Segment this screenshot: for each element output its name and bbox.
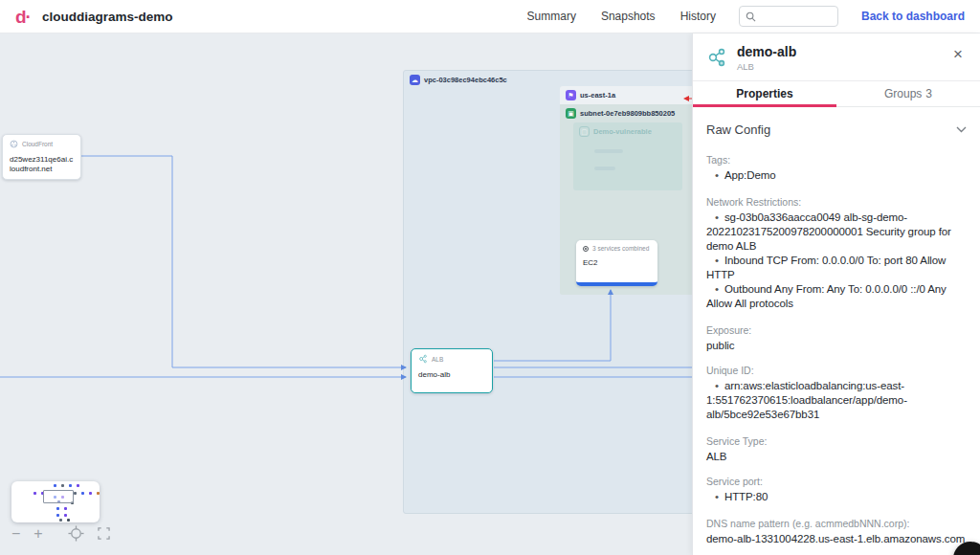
ghost-group-label: Demo-vulnerable [593,127,652,136]
chevron-down-icon [956,126,967,133]
subnet-icon: ▣ [566,108,576,119]
exposure-value: public [706,340,967,351]
ghost-placeholder-line [594,166,615,170]
ec2-combined-label: 3 services combined [592,245,649,252]
tab-groups-label: Groups [884,87,922,100]
subnet-label: subnet-0e7eb9809bb850205 [580,109,675,118]
ghost-group[interactable]: ▢ Demo-vulnerable [573,122,682,190]
section-dns-pattern: DNS name pattern (e.g. acmmedbNNN.corp):… [706,518,967,544]
search-input[interactable] [760,11,827,22]
canvas-controls: − + [11,525,110,542]
ec2-title: EC2 [583,258,651,268]
combined-services-icon [583,246,589,252]
minimap-viewport[interactable] [43,490,74,503]
alb-title: demo-alb [418,370,485,380]
tab-properties[interactable]: Properties [693,81,836,106]
network-restriction-item: •Inbound TCP From: 0.0.0.0/0 To: port 80… [706,254,967,282]
alb-type-label: ALB [432,356,443,363]
zone-label: us-east-1a [580,91,615,100]
raw-config-toggle[interactable]: Raw Config [706,117,967,141]
properties-panel: demo-alb ALB × Properties Groups 3 Raw C… [692,33,980,555]
section-service-type: Service Type: ALB [706,435,967,462]
panel-header: demo-alb ALB × [693,33,980,81]
section-service-port: Service port: •HTTP:80 [706,476,967,504]
panel-body: Raw Config Tags: •App:Demo Network Restr… [693,107,980,555]
tab-properties-label: Properties [736,87,792,100]
top-nav: Summary Snapshots History [527,10,716,23]
vpc-icon: ☁ [410,75,420,85]
active-tab-indicator [693,104,836,107]
cloudfront-title: d25wez311qe6ai.cloudfront.net [10,155,74,175]
section-unique-id: Unique ID: •arn:aws:elasticloadbalancing… [706,365,967,422]
section-exposure: Exposure: public [706,324,967,351]
node-alb[interactable]: ALB demo-alb [411,348,493,393]
tab-groups[interactable]: Groups 3 [836,81,980,106]
dns-pattern-value: demo-alb-1331004228.us-east-1.elb.amazon… [706,533,967,544]
zoom-in-button[interactable]: + [33,526,42,542]
cloudfront-icon [10,140,18,148]
network-restriction-item: •sg-03b0a336aacca0049 alb-sg-demo-202210… [706,211,967,254]
unique-id-item: •arn:aws:elasticloadbalancing:us-east-1:… [706,379,967,422]
service-port-item: •HTTP:80 [706,490,967,504]
top-bar: d· clouddiagrams-demo Summary Snapshots … [0,0,980,33]
ghost-placeholder-line [594,149,623,153]
fit-screen-icon[interactable] [98,527,110,540]
section-label: Tags: [706,154,967,166]
section-label: Unique ID: [706,365,967,376]
node-ec2[interactable]: 3 services combined EC2 [576,240,657,286]
alb-icon [418,354,428,364]
vpc-label: vpc-03c98ec94ebc46c5c [424,76,507,84]
nav-snapshots[interactable]: Snapshots [601,10,656,23]
section-label: Service port: [706,476,967,487]
ghost-group-icon: ▢ [579,126,590,137]
back-to-dashboard-link[interactable]: Back to dashboard [861,10,965,23]
nav-summary[interactable]: Summary [527,10,576,23]
zoom-out-button[interactable]: − [11,526,20,542]
section-label: DNS name pattern (e.g. acmmedbNNN.corp): [706,518,967,529]
minimap[interactable] [11,481,100,522]
close-icon[interactable]: × [949,44,967,64]
raw-config-label: Raw Config [706,122,770,137]
panel-subtitle: ALB [737,61,796,72]
search-box[interactable] [739,6,838,27]
section-label: Network Restrictions: [706,196,967,208]
panel-title: demo-alb [737,44,796,59]
zone-icon: ⚑ [566,90,576,100]
tab-groups-count: 3 [925,87,932,100]
section-network-restrictions: Network Restrictions: •sg-03b0a336aacca0… [706,196,967,311]
app-logo: d· [15,8,31,26]
alb-panel-icon [706,47,727,68]
panel-tabs: Properties Groups 3 [693,81,980,107]
service-type-value: ALB [706,451,967,462]
page-title: clouddiagrams-demo [42,10,173,24]
locate-icon[interactable] [68,525,84,542]
search-icon [746,11,756,22]
section-label: Exposure: [706,324,967,336]
node-cloudfront[interactable]: CloudFront d25wez311qe6ai.cloudfront.net [2,134,81,180]
network-restriction-item: •Outbound Any From: Any To: 0.0.0.0/0 ::… [706,282,967,311]
section-label: Service Type: [706,435,967,447]
cloudfront-type-label: CloudFront [22,141,53,147]
section-tags: Tags: •App:Demo [706,154,967,183]
nav-history[interactable]: History [680,10,716,23]
tag-item: •App:Demo [706,168,967,183]
